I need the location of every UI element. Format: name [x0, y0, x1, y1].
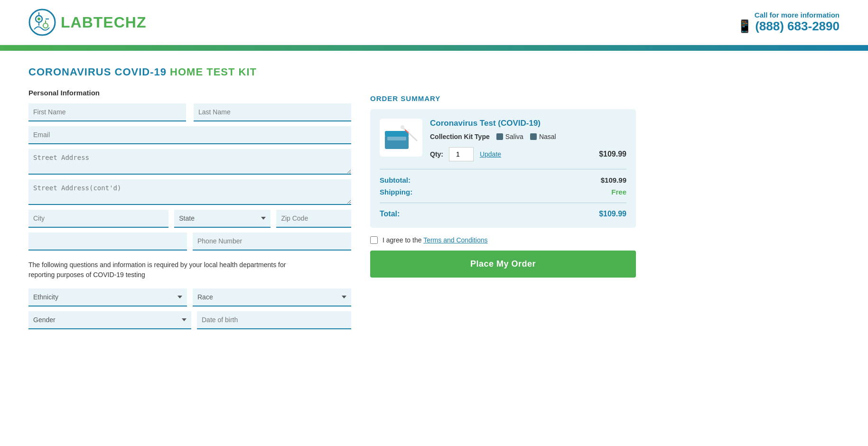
gender-dob-row: Gender Male Female Non-binary Prefer not…	[28, 311, 351, 329]
qty-price-row: Qty: Update $109.99	[430, 147, 626, 161]
gender-select[interactable]: Gender Male Female Non-binary Prefer not…	[28, 311, 191, 329]
call-area: Call for more information 📱 (888) 683-28…	[737, 11, 840, 34]
street-address2-input[interactable]	[28, 179, 351, 205]
subtotal-value: $109.99	[601, 176, 626, 184]
qty-input[interactable]	[449, 147, 474, 161]
dob-input[interactable]	[197, 311, 351, 329]
order-summary: ORDER SUMMARY	[370, 66, 636, 334]
country-input[interactable]: United States	[28, 232, 187, 251]
city-state-zip-row: State ALAKAZCACO FLGANYTX	[28, 210, 351, 228]
name-row	[28, 103, 351, 121]
product-price: $109.99	[599, 150, 626, 158]
product-row: Coronavirus Test (COVID-19) Collection K…	[380, 119, 626, 161]
order-card: Coronavirus Test (COVID-19) Collection K…	[370, 109, 636, 228]
shipping-label: Shipping:	[380, 188, 412, 196]
call-number-text: (888) 683-2890	[755, 19, 840, 34]
kit-type-label: Collection Kit Type	[430, 133, 490, 140]
terms-text: I agree to the Terms and Conditions	[383, 236, 488, 244]
shipping-value: Free	[611, 188, 626, 196]
svg-point-2	[37, 18, 40, 20]
title-part2: HOME TEST KIT	[170, 66, 257, 78]
shipping-row: Shipping: Free	[380, 188, 626, 196]
ethnicity-race-row: Ethnicity Hispanic or Latino Not Hispani…	[28, 288, 351, 307]
order-divider	[380, 169, 626, 169]
first-name-input[interactable]	[28, 103, 186, 121]
street-address2-row	[28, 179, 351, 205]
svg-point-12	[401, 125, 404, 129]
title-part1: CORONAVIRUS COVID-19	[28, 66, 170, 78]
email-input[interactable]	[28, 126, 351, 144]
page-content: CORONAVIRUS COVID-19 HOME TEST KIT Perso…	[0, 51, 664, 349]
country-phone-row: United States	[28, 232, 351, 251]
header: LABTECHZ Call for more information 📱 (88…	[0, 0, 868, 45]
city-input[interactable]	[28, 210, 168, 228]
phone-input[interactable]	[193, 232, 351, 251]
total-divider	[380, 203, 626, 203]
phone-icon: 📱	[737, 19, 752, 34]
terms-checkbox[interactable]	[370, 236, 378, 244]
qty-label: Qty:	[430, 150, 443, 158]
logo-icon	[28, 9, 56, 36]
svg-point-6	[43, 23, 48, 28]
ethnicity-select[interactable]: Ethnicity Hispanic or Latino Not Hispani…	[28, 288, 187, 307]
subtotal-row: Subtotal: $109.99	[380, 176, 626, 184]
total-label: Total:	[380, 210, 400, 218]
total-value: $109.99	[599, 210, 626, 218]
logo-text: LABTECHZ	[61, 14, 146, 31]
nasal-label: Nasal	[539, 133, 556, 140]
total-row: Total: $109.99	[380, 210, 626, 218]
race-select[interactable]: Race White Black or African American Asi…	[193, 288, 351, 307]
zip-input[interactable]	[276, 210, 351, 228]
update-button[interactable]: Update	[480, 150, 501, 158]
call-number: 📱 (888) 683-2890	[737, 19, 840, 34]
place-order-button[interactable]: Place My Order	[370, 251, 636, 278]
order-summary-title: ORDER SUMMARY	[370, 94, 636, 102]
nasal-option[interactable]: Nasal	[530, 133, 556, 140]
i-agree-text: I agree to the	[383, 236, 423, 244]
form-section: CORONAVIRUS COVID-19 HOME TEST KIT Perso…	[28, 66, 351, 334]
product-image	[380, 119, 422, 157]
svg-rect-10	[387, 137, 406, 140]
email-row	[28, 126, 351, 144]
banner	[0, 45, 868, 51]
product-name: Coronavirus Test (COVID-19)	[430, 119, 626, 128]
last-name-input[interactable]	[194, 103, 351, 121]
saliva-label: Saliva	[505, 133, 523, 140]
product-info: Coronavirus Test (COVID-19) Collection K…	[430, 119, 626, 161]
page-title: CORONAVIRUS COVID-19 HOME TEST KIT	[28, 66, 351, 78]
svg-point-0	[29, 9, 55, 35]
saliva-option[interactable]: Saliva	[496, 133, 523, 140]
kit-type-row: Collection Kit Type Saliva Nasal	[430, 133, 626, 140]
terms-row: I agree to the Terms and Conditions	[370, 236, 636, 244]
svg-rect-9	[385, 131, 409, 137]
saliva-checkbox[interactable]	[496, 133, 503, 140]
product-kit-image	[383, 122, 420, 153]
street-address-row	[28, 149, 351, 175]
street-address-input[interactable]	[28, 149, 351, 175]
state-select[interactable]: State ALAKAZCACO FLGANYTX	[174, 210, 271, 228]
terms-link[interactable]: Terms and Conditions	[423, 236, 487, 244]
health-note: The following questions and information …	[28, 260, 294, 280]
logo-area: LABTECHZ	[28, 9, 146, 36]
subtotal-label: Subtotal:	[380, 176, 411, 184]
call-label: Call for more information	[737, 11, 840, 19]
qty-area: Qty: Update	[430, 147, 501, 161]
nasal-checkbox[interactable]	[530, 133, 537, 140]
personal-info-label: Personal Information	[28, 89, 351, 97]
